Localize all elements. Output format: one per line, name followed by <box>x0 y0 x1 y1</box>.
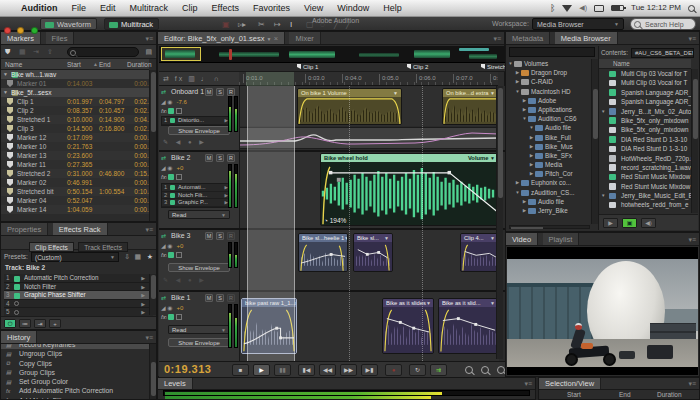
show-envelope-button[interactable]: Show Envelope <box>168 263 230 272</box>
audio-clip[interactable]: Bike as it slid...▼ <box>438 298 499 354</box>
close-tab-icon[interactable]: × <box>274 34 278 43</box>
menubar-menu[interactable]: Favorites <box>246 0 297 16</box>
transport-button[interactable]: ▶▮ <box>361 364 378 376</box>
audio-clip[interactable]: Bike sl...heelie 1▼ <box>298 233 348 272</box>
effect-options-arrow[interactable]: ▶ <box>141 291 145 300</box>
move-tool-icon[interactable]: ▹▸ <box>238 20 246 29</box>
solo-button[interactable]: S <box>216 232 224 240</box>
favorite-star-icon[interactable]: ★ <box>147 250 153 264</box>
history-scrollbar[interactable] <box>149 344 156 399</box>
effect-slot[interactable]: 4 ▶ <box>4 300 153 309</box>
arm-record-button[interactable]: R <box>227 294 235 302</box>
tab-selection-view[interactable]: Selection/View <box>539 378 601 390</box>
transport-button[interactable]: ◀◀ <box>319 364 336 376</box>
clip-menu-arrow[interactable]: ▼ <box>490 89 495 97</box>
history-item[interactable]: ▤ Set Group Color <box>1 377 149 386</box>
preview-play-button[interactable]: ▶ <box>603 218 618 228</box>
track-controls-toolbar[interactable]: ⇄ fx ▥ ♩ ∩ <box>159 72 239 86</box>
pan-knob-icon[interactable]: ◢ ◉ <box>161 243 173 249</box>
tree-item[interactable]: ▼Volumes <box>507 59 591 68</box>
transport-button[interactable]: ■ <box>232 364 249 376</box>
tree-hscrollbar[interactable] <box>509 225 590 229</box>
mute-button[interactable]: M <box>205 154 213 162</box>
menu-app[interactable]: Audition <box>14 0 65 16</box>
contents-scrollbar[interactable] <box>691 69 698 213</box>
disclosure-arrow[interactable]: ▼ <box>601 191 605 200</box>
session-overview-strip[interactable] <box>159 46 505 63</box>
multitrack-view-button[interactable]: Multitrack <box>104 18 159 30</box>
track-fx-item[interactable]: 3Graphic P...▶ <box>162 199 230 207</box>
wifi-icon[interactable] <box>562 5 572 12</box>
minimize-window-button[interactable] <box>17 27 24 34</box>
tab-levels[interactable]: Levels <box>158 378 193 390</box>
merge-markers-icon[interactable]: ⇥ <box>33 48 39 56</box>
tab-mixer[interactable]: Mixer <box>289 32 320 45</box>
disclosure-arrow[interactable]: ▶ <box>528 142 535 151</box>
transport-button[interactable]: ▮▮ <box>274 364 291 376</box>
effects-scrollbar[interactable] <box>149 274 156 315</box>
clip-menu-arrow[interactable]: ▼ <box>344 234 347 242</box>
transport-button[interactable]: ⇉ <box>430 364 447 376</box>
menubar-menu[interactable]: Clip <box>175 0 205 16</box>
clip-menu-arrow[interactable]: ▼ <box>490 155 495 161</box>
zoom-in-icon[interactable] <box>481 366 489 374</box>
clip-menu-arrow[interactable]: ▼ <box>426 299 431 307</box>
media-filter-input[interactable] <box>509 47 595 57</box>
time-selection-band[interactable] <box>247 86 295 361</box>
zoom-out-icon[interactable] <box>465 366 473 374</box>
effect-power-icon[interactable] <box>14 293 20 299</box>
disclosure-arrow[interactable]: ▶ <box>528 169 535 178</box>
clip-menu-arrow[interactable]: ▼ <box>490 299 495 307</box>
disclosure-arrow[interactable]: ▼ <box>514 188 521 197</box>
tab-metadata[interactable]: Metadata <box>506 32 550 45</box>
history-item[interactable]: fx Add Automatic Pitch Correction <box>1 386 149 395</box>
arm-record-button[interactable]: R <box>227 88 235 96</box>
effect-options-arrow[interactable]: ▶ <box>141 274 145 283</box>
lasso-tool-icon[interactable]: ◌ <box>320 20 325 29</box>
transport-button[interactable]: ▮◀ <box>298 364 315 376</box>
tab-files[interactable]: Files <box>46 32 75 45</box>
file-item[interactable]: Spanish Language ADR_I <box>599 97 691 106</box>
tab-history[interactable]: History <box>1 331 37 344</box>
file-item[interactable]: ▼ Jerry_B...it_Mix_02_Auto_Spe <box>599 107 691 116</box>
tree-item[interactable]: ▶Audio file <box>507 197 591 206</box>
show-envelope-button[interactable]: Show Envelope <box>168 126 230 135</box>
tree-item[interactable]: ▶Euphonix co... <box>507 178 591 187</box>
marker-row[interactable]: Marker 01 0:14.003 0:00.00 <box>1 79 149 88</box>
arm-record-button[interactable]: R <box>227 154 235 162</box>
fx-power-icon[interactable] <box>170 200 175 205</box>
tree-item[interactable]: ▶Adobe <box>507 96 591 105</box>
panel-menu-icon[interactable]: ▾≡ <box>145 35 153 42</box>
panel-menu-icon[interactable]: ▾≡ <box>524 380 532 387</box>
automation-mode-dropdown[interactable]: Read▼ <box>168 325 230 334</box>
effect-options-arrow[interactable]: ▶ <box>141 283 145 292</box>
panel-menu-icon[interactable]: ▾≡ <box>688 380 696 387</box>
mute-button[interactable]: M <box>205 294 213 302</box>
pan-knob-icon[interactable]: ◢ ◉ <box>161 305 173 311</box>
menubar-menu[interactable]: Help <box>376 0 409 16</box>
file-item[interactable]: HotWheels_RedD_720p.m <box>599 154 691 163</box>
marker-row[interactable]: Marker 02 0:46.991 0:00.00 <box>1 178 149 187</box>
solo-button[interactable]: S <box>216 154 224 162</box>
disclosure-arrow[interactable]: ▶ <box>521 105 528 114</box>
razor-tool-icon[interactable]: ✂ <box>258 20 265 29</box>
transport-button[interactable]: ● <box>385 364 402 376</box>
ruler-selection[interactable] <box>246 72 294 86</box>
file-item[interactable]: DIA Red Stunt D 1-3-10 <box>599 135 691 144</box>
audio-clip[interactable]: Bike sl...▼ <box>353 233 393 272</box>
editor-scrollbar[interactable] <box>496 86 503 359</box>
marker-row[interactable]: Stretched 1 0:10.000 0:14.900 0:04.90 <box>1 115 149 124</box>
slip-tool-icon[interactable]: ↦ <box>274 20 281 29</box>
show-envelope-button[interactable]: Show Envelope <box>168 338 230 347</box>
track-power-icon[interactable] <box>168 174 174 180</box>
presets-dropdown[interactable]: (Custom)▼ <box>31 252 119 262</box>
marker-row[interactable]: Clip 1 0:01.997 0:04.797 0:02.80 <box>1 97 149 106</box>
marker-row[interactable]: Stretched 2 0:31.000 0:46.800 0:15.80 <box>1 169 149 178</box>
rack-add-icon[interactable]: + <box>49 319 61 328</box>
marker-row[interactable]: Marker 04 0:52.047 0:00.00 <box>1 196 149 205</box>
tree-scrollbar[interactable] <box>591 59 598 224</box>
disclosure-arrow[interactable]: ▼ <box>507 59 514 68</box>
filter-icon[interactable]: ▤ <box>145 48 152 56</box>
headphone-icon[interactable]: ∩ <box>163 314 167 320</box>
menubar-menu[interactable]: Window <box>330 0 376 16</box>
